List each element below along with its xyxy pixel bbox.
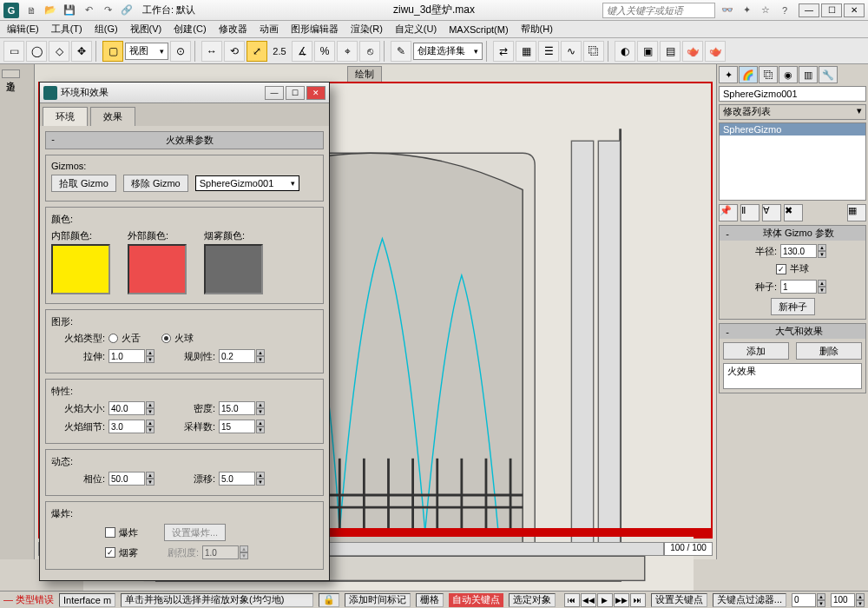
seed-spinner[interactable]: ▲▼ (780, 280, 826, 294)
show-result-icon[interactable]: Ⅱ (740, 204, 760, 221)
menu-graph[interactable]: 图形编辑器 (291, 23, 339, 36)
hemisphere-checkbox[interactable]: ✓ (776, 264, 786, 274)
drift-spinner[interactable]: ▲▼ (219, 472, 265, 486)
current-frame-spinner[interactable]: ▲▼ (792, 593, 825, 607)
lock-icon[interactable]: 🔒 (319, 593, 339, 607)
menu-maxscript[interactable]: MAXScript(M) (449, 24, 508, 35)
tab-modify[interactable]: 🌈 (739, 66, 758, 83)
menu-render[interactable]: 渲染(R) (351, 23, 383, 36)
render-tool[interactable]: 🫖 (682, 41, 703, 62)
workspace-selector[interactable]: 工作台: 默认 (142, 3, 195, 17)
redo-icon[interactable]: ↷ (101, 3, 115, 17)
make-unique-icon[interactable]: ∀ (762, 204, 781, 221)
stack-item[interactable]: SphereGizmo (720, 123, 865, 135)
save-icon[interactable]: 💾 (62, 3, 76, 17)
add-atm-button[interactable]: 添加 (723, 342, 789, 360)
selected-object-mode[interactable]: 选定对象 (509, 593, 556, 607)
sparkle-icon[interactable]: ✦ (740, 3, 753, 17)
inner-color-swatch[interactable] (51, 244, 110, 294)
named-sel-edit[interactable]: ✎ (391, 41, 411, 62)
snap-angle-tool[interactable]: ∡ (292, 41, 312, 62)
set-key-button[interactable]: 设置关键点 (651, 593, 707, 607)
select-move-tool[interactable]: ↔ (201, 41, 222, 62)
tab-display[interactable]: ▥ (799, 66, 818, 83)
link-icon[interactable]: 🔗 (120, 3, 134, 17)
object-name-field[interactable] (719, 86, 866, 102)
snap-percent-tool[interactable]: % (314, 41, 335, 62)
tab-environment[interactable]: 环境 (43, 107, 88, 126)
curve-editor-tool[interactable]: ∿ (561, 41, 582, 62)
autokey-button[interactable]: 自动关键点 (449, 593, 503, 607)
fireball-radio[interactable] (161, 334, 171, 343)
tab-hierarchy[interactable]: ⿻ (759, 66, 778, 83)
schematic-tool[interactable]: ⿻ (583, 41, 604, 62)
fire-params-header[interactable]: -火效果参数 (45, 131, 324, 149)
layer-tool[interactable]: ☰ (538, 41, 559, 62)
help-search-input[interactable] (602, 3, 715, 18)
tab-utilities[interactable]: 🔧 (819, 66, 838, 83)
menu-edit[interactable]: 编辑(E) (7, 23, 39, 36)
phase-spinner[interactable]: ▲▼ (108, 472, 155, 486)
select-tool[interactable]: ▭ (3, 41, 24, 62)
play-icon[interactable]: ▶ (597, 593, 613, 607)
atm-item[interactable]: 火效果 (727, 366, 756, 376)
undo-icon[interactable]: ↶ (82, 3, 95, 17)
key-filter-button[interactable]: 关键点过滤器... (713, 593, 786, 607)
radius-spinner[interactable]: ▲▼ (780, 244, 826, 258)
menu-help[interactable]: 帮助(H) (521, 23, 553, 36)
configure-icon[interactable]: ▦ (847, 204, 866, 221)
density-spinner[interactable]: ▲▼ (219, 401, 265, 415)
pin-stack-icon[interactable]: 📌 (719, 204, 738, 221)
dialog-minimize[interactable]: — (265, 86, 284, 100)
select-circle-tool[interactable]: ◯ (26, 41, 47, 62)
menu-create[interactable]: 创建(C) (174, 23, 206, 36)
outer-color-swatch[interactable] (128, 244, 187, 294)
gizmo-combo[interactable]: SphereGizmo001 (195, 175, 299, 191)
smoke-color-swatch[interactable] (204, 244, 263, 294)
select-fence-tool[interactable]: ◇ (49, 41, 69, 62)
menu-modifiers[interactable]: 修改器 (219, 23, 247, 36)
material-editor-tool[interactable]: ◐ (615, 41, 635, 62)
menu-view[interactable]: 视图(V) (130, 23, 162, 36)
dialog-close[interactable]: ✕ (306, 86, 326, 100)
modifier-stack[interactable]: SphereGizmo (719, 122, 866, 201)
flame-size-spinner[interactable]: ▲▼ (108, 401, 155, 415)
next-frame-icon[interactable]: ▶▶ (614, 593, 629, 607)
new-seed-button[interactable]: 新种子 (771, 298, 815, 315)
rollout-header-atm[interactable]: -大气和效果 (720, 324, 865, 339)
select-scale-tool[interactable]: ⤢ (247, 41, 267, 62)
explode-checkbox[interactable] (105, 527, 115, 538)
rollout-header[interactable]: -球体 Gizmo 参数 (720, 226, 865, 241)
ref-coord-combo[interactable]: 视图 (125, 43, 168, 60)
add-time-marker[interactable]: 添加时间标记 (345, 593, 411, 607)
named-selection-combo[interactable]: 创建选择集 (413, 43, 483, 60)
move-tool[interactable]: ✥ (71, 41, 92, 62)
selection-mode[interactable]: ▢ (102, 41, 123, 62)
close-button[interactable]: ✕ (844, 3, 865, 17)
mirror-tool[interactable]: ⇄ (493, 41, 514, 62)
render-frame-tool[interactable]: ▤ (660, 41, 681, 62)
snap-options[interactable]: ⎋ (359, 41, 380, 62)
goto-end-icon[interactable]: ⏭ (630, 593, 646, 607)
snap-toggle[interactable]: ⌖ (337, 41, 358, 62)
binoculars-icon[interactable]: 👓 (720, 3, 734, 17)
pick-gizmo-button[interactable]: 拾取 Gizmo (51, 175, 116, 192)
menu-animation[interactable]: 动画 (260, 23, 279, 36)
stretch-spinner[interactable]: ▲▼ (108, 349, 155, 363)
atm-list[interactable]: 火效果 (723, 363, 862, 389)
prev-frame-icon[interactable]: ◀◀ (581, 593, 596, 607)
dialog-titlebar[interactable]: 环境和效果 — ☐ ✕ (40, 83, 329, 103)
menu-tools[interactable]: 工具(T) (51, 23, 82, 36)
viewport-zoom[interactable]: 100 / 100 (664, 542, 713, 556)
select-rotate-tool[interactable]: ⟲ (224, 41, 245, 62)
left-tab-poly[interactable]: 多边 (2, 69, 20, 78)
remove-mod-icon[interactable]: ✖ (784, 204, 803, 221)
regularity-spinner[interactable]: ▲▼ (219, 349, 265, 363)
remove-gizmo-button[interactable]: 移除 Gizmo (123, 175, 188, 192)
menu-customize[interactable]: 自定义(U) (395, 23, 437, 36)
viewport-tab[interactable]: 绘制 (347, 66, 382, 83)
open-icon[interactable]: 📂 (43, 3, 57, 17)
help-icon[interactable]: ? (778, 3, 792, 17)
tongue-radio[interactable] (108, 334, 118, 343)
tab-create[interactable]: ✦ (719, 66, 738, 83)
